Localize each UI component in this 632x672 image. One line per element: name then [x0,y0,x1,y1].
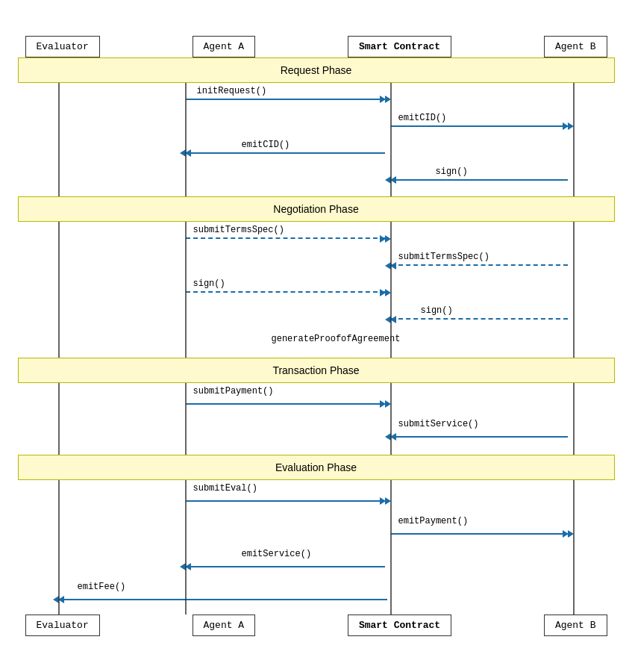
msg-generateProof: generateProofofAgreement [18,329,615,352]
msg-submitTermsSpec-agentA: submitTermsSpec() [18,222,615,249]
msg-submitTermsSpec-agentB: submitTermsSpec() [18,249,615,276]
msg-submitPayment: submitPayment() [18,383,615,416]
sequence-diagram: Evaluator Agent A Smart Contract Agent B… [18,36,615,636]
arrow-emitService [186,566,385,567]
request-phase-banner: Request Phase [18,57,615,83]
label-sign-neg1: sign() [193,279,225,289]
actor-agentB-bottom: Agent B [544,615,607,636]
label-generateProof: generateProofofAgreement [272,334,401,344]
arrow-emitCID-right [391,125,568,127]
top-actors-row: Evaluator Agent A Smart Contract Agent B [18,36,615,57]
arrow-sign-neg2 [391,318,568,320]
label-emitCID-right: emitCID() [398,113,447,123]
label-submitService: submitService() [398,419,479,429]
msg-emitFee: emitFee() [18,579,615,612]
msg-emitPayment: emitPayment() [18,513,615,546]
actor-agentA-top: Agent A [193,36,256,57]
arrow-submitEval [186,500,385,502]
label-submitPayment: submitPayment() [193,386,274,396]
actor-evaluator-top: Evaluator [25,36,100,57]
label-submitTermsSpec-right: submitTermsSpec() [398,252,489,262]
actor-evaluator-bottom: Evaluator [25,615,100,636]
label-emitPayment: emitPayment() [398,516,469,526]
actor-smartcontract-top: Smart Contract [348,36,451,57]
sequence-body: Request Phase initRequest() emitCID() em… [18,57,615,615]
msg-emitCID-left: emitCID() [18,137,615,164]
transaction-phase-banner: Transaction Phase [18,358,615,383]
msg-emitCID-right: emitCID() [18,110,615,137]
label-sign-req: sign() [436,167,468,177]
arrow-submitTermsSpec-left [391,264,568,266]
arrow-submitTermsSpec-right [186,237,385,239]
label-submitTermsSpec-left: submitTermsSpec() [193,225,284,235]
msg-sign-req: sign() [18,164,615,190]
actor-agentA-bottom: Agent A [193,615,256,636]
arrow-emitCID-left [186,152,385,154]
actor-smartcontract-bottom: Smart Contract [348,615,451,636]
bottom-actors-row: Evaluator Agent A Smart Contract Agent B [18,615,615,636]
label-emitService: emitService() [242,549,312,559]
arrow-submitPayment [186,403,385,405]
arrow-emitPayment [391,533,568,535]
arrow-sign-neg1 [186,291,385,293]
msg-emitService: emitService() [18,546,615,579]
msg-initRequest: initRequest() [18,83,615,110]
arrow-emitFee [59,599,387,600]
msg-sign-neg2: sign() [18,302,615,329]
arrow-initRequest [186,99,385,100]
msg-submitService: submitService() [18,416,615,449]
label-submitEval: submitEval() [193,483,257,494]
evaluation-phase-banner: Evaluation Phase [18,455,615,480]
label-sign-neg2: sign() [421,305,453,316]
label-emitFee: emitFee() [78,582,126,592]
arrow-sign-req [391,179,568,181]
actor-agentB-top: Agent B [544,36,607,57]
arrow-submitService [391,436,568,438]
negotiation-phase-banner: Negotiation Phase [18,196,615,222]
label-emitCID-left: emitCID() [242,140,290,150]
msg-sign-neg1: sign() [18,276,615,302]
label-initRequest: initRequest() [197,86,267,96]
msg-submitEval: submitEval() [18,480,615,513]
